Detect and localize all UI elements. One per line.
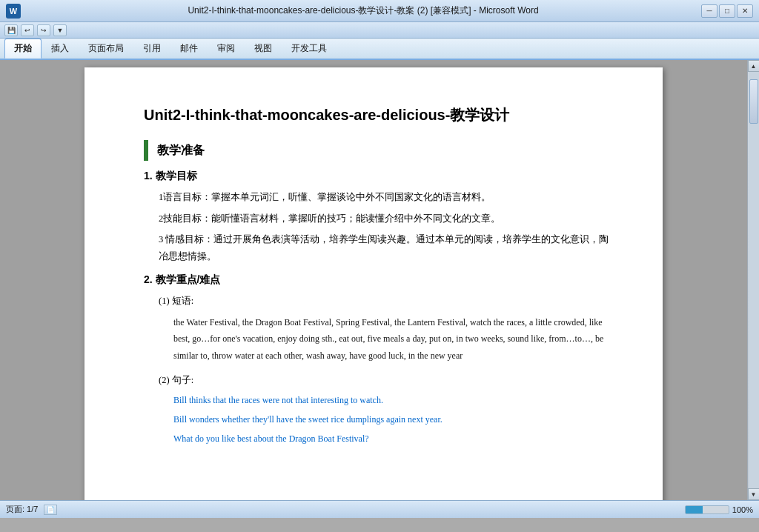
- vocab-text: the Water Festival, the Dragon Boat Fest…: [173, 317, 603, 362]
- ribbon: 开始 插入 页面布局 引用 邮件 审阅 视图 开发工具: [0, 39, 759, 60]
- tab-references[interactable]: 引用: [133, 39, 170, 59]
- goal-item-1: 1语言目标：掌握本单元词汇，听懂、掌握谈论中外不同国家文化的语言材料。: [159, 189, 618, 206]
- heading-jiaoxue-mubiao: 1. 教学目标: [144, 170, 618, 183]
- zoom-label: 100%: [732, 505, 753, 514]
- goal-item-3: 3 情感目标：通过开展角色表演等活动，培养学生阅读兴趣。通过本单元的阅读，培养学…: [159, 231, 618, 265]
- ribbon-tab-list: 开始 插入 页面布局 引用 邮件 审阅 视图 开发工具: [0, 39, 759, 59]
- sub-heading-phrases: (1) 短语:: [159, 293, 618, 310]
- sentences-block: Bill thinks that the races were not that…: [173, 393, 618, 447]
- tab-developer[interactable]: 开发工具: [282, 39, 337, 59]
- document-page: Unit2-I-think-that-mooncakes-are-delicio…: [84, 67, 663, 500]
- tab-home[interactable]: 开始: [4, 39, 42, 59]
- tab-page-layout[interactable]: 页面布局: [79, 39, 133, 59]
- quick-access-toolbar: 💾 ↩ ↪ ▼: [0, 22, 759, 39]
- status-bar: 页面: 1/7 📄 100%: [0, 500, 759, 518]
- window-title: Unit2-I-think-that-mooncakes-are-delicio…: [25, 4, 701, 17]
- section-heading-text: 教学准备: [157, 143, 205, 159]
- main-area: Unit2-I-think-that-mooncakes-are-delicio…: [0, 60, 759, 500]
- undo-button[interactable]: ↩: [21, 24, 34, 36]
- sub-heading-sentences: (2) 句子:: [159, 372, 618, 389]
- redo-button[interactable]: ↪: [37, 24, 50, 36]
- close-button[interactable]: ✕: [737, 4, 753, 18]
- page-indicator: 页面: 1/7: [6, 504, 38, 515]
- save-quick-button[interactable]: 💾: [4, 24, 18, 36]
- scroll-thumb[interactable]: [749, 79, 758, 124]
- sentence-3: What do you like best about the Dragon B…: [173, 431, 618, 448]
- green-bar-decoration: [144, 140, 148, 161]
- vertical-scrollbar[interactable]: ▲ ▼: [747, 60, 759, 500]
- document-title: Unit2-I-think-that-mooncakes-are-delicio…: [144, 104, 618, 125]
- sentence-2: Bill wonders whether they'll have the sw…: [173, 412, 618, 428]
- tab-mailings[interactable]: 邮件: [170, 39, 208, 59]
- title-bar: W Unit2-I-think-that-mooncakes-are-delic…: [0, 0, 759, 22]
- section-heading-jiaoxue-zhunbei: 教学准备: [144, 140, 618, 161]
- scroll-track[interactable]: [749, 72, 759, 488]
- status-left: 页面: 1/7 📄: [6, 504, 57, 515]
- restore-button[interactable]: □: [719, 4, 735, 18]
- scroll-down-button[interactable]: ▼: [748, 488, 760, 500]
- document-area: Unit2-I-think-that-mooncakes-are-delicio…: [0, 60, 747, 500]
- goal-item-2: 2技能目标：能听懂语言材料，掌握听的技巧；能读懂介绍中外不同文化的文章。: [159, 210, 618, 227]
- status-right: 100%: [685, 505, 753, 514]
- tab-insert[interactable]: 插入: [42, 39, 79, 59]
- app-icon: W: [6, 4, 21, 19]
- heading-jiaoxue-zhongdian: 2. 教学重点/难点: [144, 273, 618, 287]
- page-nav-button[interactable]: 📄: [44, 505, 57, 515]
- sentence-1: Bill thinks that the races were not that…: [173, 393, 618, 409]
- tab-view[interactable]: 视图: [245, 39, 282, 59]
- minimize-button[interactable]: ─: [701, 4, 717, 18]
- scroll-up-button[interactable]: ▲: [748, 60, 760, 72]
- window-controls: ─ □ ✕: [701, 4, 753, 18]
- tab-review[interactable]: 审阅: [208, 39, 245, 59]
- quick-menu-button[interactable]: ▼: [53, 24, 67, 36]
- vocab-block: the Water Festival, the Dragon Boat Fest…: [173, 314, 618, 365]
- zoom-slider[interactable]: [685, 505, 729, 514]
